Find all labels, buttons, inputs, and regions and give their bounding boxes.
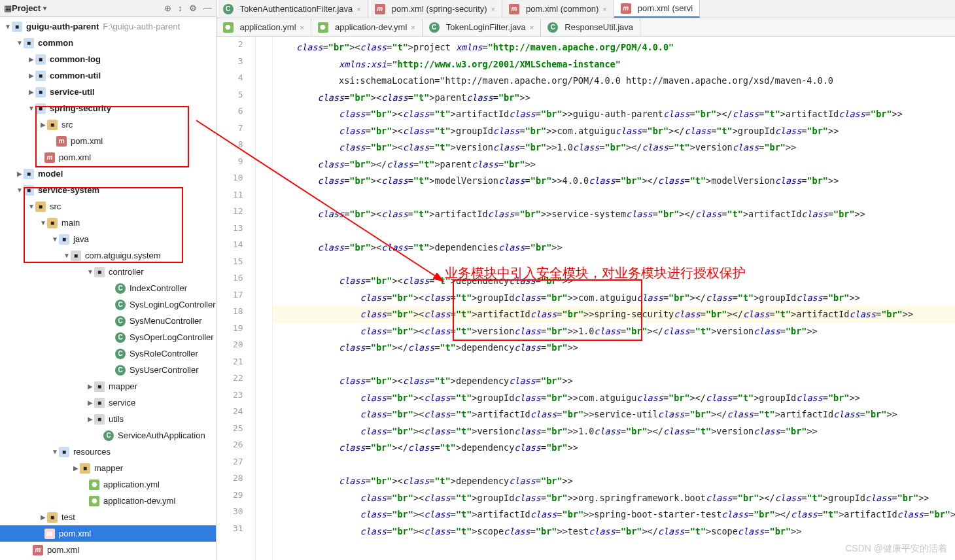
class-icon: C xyxy=(115,283,126,294)
line-gutter: 2345678910111213141516171819202122232425… xyxy=(217,37,256,560)
project-icon: ▦ xyxy=(4,3,12,13)
tree-item[interactable]: ▶■test xyxy=(0,509,216,525)
folder-icon: ■ xyxy=(80,463,90,474)
class-icon: C xyxy=(115,316,126,326)
project-header: ▦ Project ▾ ⊕ ↕ ⚙ — xyxy=(0,0,216,17)
tree-item[interactable]: ▶■common-log xyxy=(0,51,216,67)
class-icon: C xyxy=(103,430,114,441)
tab-label: pom.xml (common) xyxy=(526,4,599,14)
close-icon[interactable]: × xyxy=(530,24,534,31)
yaml-icon: ⬣ xyxy=(223,22,234,33)
yaml-icon: ⬣ xyxy=(318,22,328,33)
editor-tab[interactable]: ⬣application.yml× xyxy=(217,18,311,36)
editor-tab[interactable]: mpom.xml (spring-security)× xyxy=(368,0,502,18)
tree-item[interactable]: ▶■model xyxy=(0,166,216,182)
module-icon: ■ xyxy=(24,169,34,179)
tree-item[interactable]: CSysUserController xyxy=(0,362,216,378)
tree-item[interactable]: ▼■spring-security xyxy=(0,100,216,116)
tree-item[interactable]: CSysRoleController xyxy=(0,345,216,362)
project-title[interactable]: Project ▾ xyxy=(12,3,46,13)
tree-item[interactable]: ▶■mapper xyxy=(0,460,216,476)
tree-item[interactable]: ▼■main xyxy=(0,215,216,231)
editor-tab[interactable]: ⬣application-dev.yml× xyxy=(311,18,423,36)
tree-item[interactable]: CIndexController xyxy=(0,280,216,296)
hide-icon[interactable]: — xyxy=(203,3,212,13)
code-editor[interactable]: class="br"><class="t">project xmlns="htt… xyxy=(273,37,955,560)
class-icon: C xyxy=(547,22,558,33)
editor-tab[interactable]: CTokenLoginFilter.java× xyxy=(423,18,542,36)
tree-item-selected[interactable]: mpom.xml xyxy=(0,525,216,542)
tree-item[interactable]: CSysMenuController xyxy=(0,313,216,329)
tab-label: TokenLoginFilter.java xyxy=(446,22,526,32)
tree-item[interactable]: ▶■common-util xyxy=(0,67,216,84)
close-icon[interactable]: × xyxy=(356,5,360,13)
tree-item[interactable]: mpom.xml xyxy=(0,149,216,166)
folder-icon: ■ xyxy=(47,512,58,523)
package-icon: ■ xyxy=(94,267,105,277)
tree-item[interactable]: ⬣application.yml xyxy=(0,476,216,493)
editor-tabs-row2: ⬣application.yml×⬣application-dev.yml×CT… xyxy=(217,18,955,37)
module-icon: ■ xyxy=(24,38,34,48)
gear-icon[interactable]: ⚙ xyxy=(189,3,197,13)
editor-tab[interactable]: mpom.xml (servi xyxy=(614,0,701,18)
tree-item[interactable]: ⬣application-dev.yml xyxy=(0,493,216,509)
maven-icon: m xyxy=(56,136,67,147)
tree-item[interactable]: ▶■service xyxy=(0,394,216,411)
tree-item[interactable]: ▼■com.atguigu.system xyxy=(0,247,216,264)
maven-icon: m xyxy=(44,152,55,163)
module-icon: ■ xyxy=(35,87,46,97)
close-icon[interactable]: × xyxy=(300,24,304,31)
folder-icon: ■ xyxy=(47,120,58,130)
module-icon: ■ xyxy=(24,185,34,196)
yaml-icon: ⬣ xyxy=(89,480,99,490)
close-icon[interactable]: × xyxy=(411,24,415,31)
tree-item[interactable]: ▼■controller xyxy=(0,264,216,280)
package-icon: ■ xyxy=(94,414,105,425)
tab-label: application.yml xyxy=(240,22,296,32)
package-icon: ■ xyxy=(94,398,105,408)
close-icon[interactable]: × xyxy=(602,5,606,13)
class-icon: C xyxy=(115,332,126,343)
tree-item[interactable]: ▼■java xyxy=(0,231,216,247)
tree-item[interactable]: ▶■src xyxy=(0,116,216,133)
tree-item[interactable]: ▶■service-util xyxy=(0,84,216,100)
module-icon: ■ xyxy=(35,103,46,114)
maven-icon: m xyxy=(33,545,43,555)
tab-label: pom.xml (spring-security) xyxy=(392,4,487,14)
tree-item[interactable]: mpom.xml xyxy=(0,542,216,558)
gutter-marks xyxy=(256,37,273,560)
tree-root[interactable]: ▼■guigu-auth-parentF:\guigu-auth-parent xyxy=(0,18,216,35)
editor-tab[interactable]: CTokenAuthenticationFilter.java× xyxy=(217,0,368,18)
tree-item[interactable]: mpom.xml xyxy=(0,133,216,149)
editor-area: CTokenAuthenticationFilter.java×mpom.xml… xyxy=(217,0,955,560)
tree-item[interactable]: CSysLoginLogController xyxy=(0,296,216,313)
class-icon: C xyxy=(429,22,440,33)
tree-item[interactable]: ▶■mapper xyxy=(0,378,216,394)
project-tree[interactable]: ▼■guigu-auth-parentF:\guigu-auth-parent … xyxy=(0,17,216,560)
module-icon: ■ xyxy=(35,71,46,81)
tab-label: ResponseUtil.java xyxy=(564,22,633,32)
editor-tabs-row1: CTokenAuthenticationFilter.java×mpom.xml… xyxy=(217,0,955,18)
tree-item[interactable]: ▼■service-system xyxy=(0,182,216,198)
folder-icon: ■ xyxy=(47,218,58,228)
tree-item[interactable]: ▼■resources xyxy=(0,444,216,460)
editor-tab[interactable]: mpom.xml (common)× xyxy=(502,0,614,18)
close-icon[interactable]: × xyxy=(491,5,495,13)
chevron-down-icon[interactable]: ▾ xyxy=(43,5,46,12)
tree-item[interactable]: ▶■utils xyxy=(0,411,216,427)
watermark: CSDN @健康平安的活着 xyxy=(845,543,947,555)
maven-icon: m xyxy=(621,3,631,14)
class-icon: C xyxy=(115,349,126,359)
class-icon: C xyxy=(223,4,234,14)
tab-label: application-dev.yml xyxy=(335,22,407,32)
folder-icon: ■ xyxy=(35,201,46,212)
tree-item[interactable]: ▼■src xyxy=(0,198,216,215)
tree-item[interactable]: ▼■common xyxy=(0,35,216,51)
tree-item[interactable]: CSysOperLogController xyxy=(0,329,216,345)
yaml-icon: ⬣ xyxy=(89,496,99,506)
editor-tab[interactable]: CResponseUtil.java xyxy=(541,18,640,36)
locate-icon[interactable]: ⊕ xyxy=(164,3,171,13)
tree-item[interactable]: CServiceAuthApplication xyxy=(0,427,216,444)
module-icon: ■ xyxy=(12,22,22,32)
expand-icon[interactable]: ↕ xyxy=(178,3,182,13)
